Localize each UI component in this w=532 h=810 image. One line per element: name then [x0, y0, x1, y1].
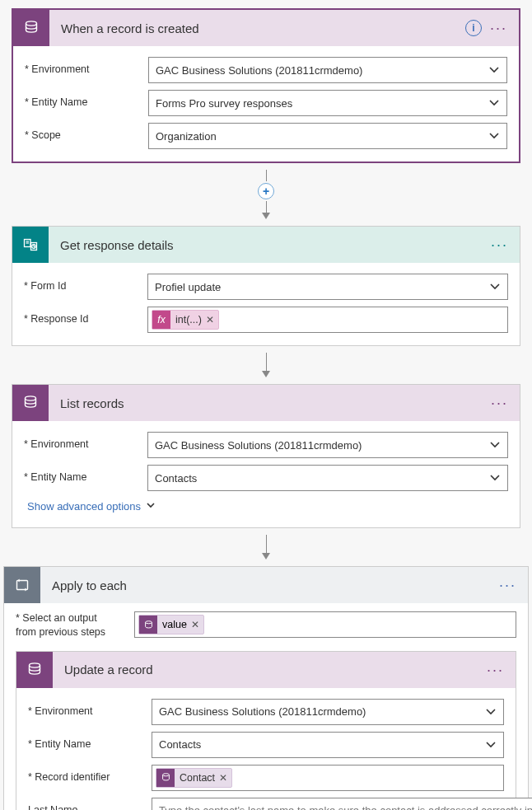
more-menu-button[interactable]: ···: [499, 578, 516, 592]
form-id-select[interactable]: Profiel update: [147, 274, 508, 300]
form-id-label: Form Id: [24, 280, 147, 293]
fx-icon: fx: [152, 311, 170, 329]
more-menu-button[interactable]: ···: [491, 396, 508, 410]
chevron-down-icon: [485, 706, 497, 718]
environment-label: Environment: [24, 438, 147, 452]
response-id-label: Response Id: [24, 313, 147, 326]
database-icon: [16, 652, 53, 688]
last-name-input[interactable]: Type the contact's last name to make sur…: [152, 798, 532, 810]
remove-token-button[interactable]: ✕: [206, 314, 214, 325]
add-step-button[interactable]: +: [258, 183, 274, 199]
expression-token[interactable]: fx int(...) ✕: [152, 310, 219, 330]
scope-select[interactable]: Organization: [148, 123, 507, 149]
apply-to-each-title: Apply to each: [40, 578, 499, 592]
contact-token[interactable]: Contact ✕: [156, 768, 232, 788]
apply-to-each-card: Apply to each ··· * Select an output fro…: [3, 566, 529, 810]
chevron-down-icon: [146, 501, 157, 513]
trigger-card: When a record is created i ··· Environme…: [12, 8, 520, 163]
trigger-title: When a record is created: [49, 21, 465, 35]
connector-arrow: +: [0, 170, 532, 219]
environment-select[interactable]: GAC Business Solutions (201811crmdemo): [147, 432, 508, 458]
value-token[interactable]: value ✕: [138, 615, 204, 634]
trigger-header[interactable]: When a record is created i ···: [13, 10, 519, 46]
chevron-down-icon: [488, 97, 500, 109]
entity-name-select[interactable]: Contacts: [152, 732, 504, 758]
list-records-header[interactable]: List records ···: [12, 385, 520, 421]
environment-label: Environment: [28, 705, 152, 719]
database-icon: [12, 385, 49, 421]
environment-label: Environment: [25, 63, 148, 77]
more-menu-button[interactable]: ···: [491, 237, 508, 252]
record-identifier-input[interactable]: Contact ✕: [152, 765, 504, 791]
chevron-down-icon: [488, 64, 500, 76]
entity-name-select[interactable]: Contacts: [147, 465, 508, 491]
chevron-down-icon: [485, 739, 497, 751]
more-menu-button[interactable]: ···: [487, 663, 504, 677]
scope-label: Scope: [25, 129, 148, 143]
update-record-header[interactable]: Update a record ···: [16, 652, 516, 688]
forms-icon: [12, 227, 49, 263]
response-id-input[interactable]: fx int(...) ✕: [147, 307, 508, 333]
info-icon[interactable]: i: [465, 20, 482, 36]
get-response-details-card: Get response details ··· Form Id Profiel…: [12, 226, 520, 346]
show-advanced-options-link[interactable]: Show advanced options: [24, 492, 508, 516]
svg-point-8: [26, 396, 36, 400]
remove-token-button[interactable]: ✕: [191, 619, 199, 630]
entity-name-label: Entity Name: [28, 738, 152, 751]
chevron-down-icon: [489, 439, 501, 451]
apply-to-each-header[interactable]: Apply to each ···: [4, 567, 528, 603]
update-record-title: Update a record: [53, 663, 487, 677]
svg-point-11: [30, 663, 40, 667]
chevron-down-icon: [489, 472, 501, 484]
entity-name-label: Entity Name: [25, 96, 148, 110]
svg-point-0: [26, 21, 37, 26]
list-records-title: List records: [49, 396, 491, 410]
more-menu-button[interactable]: ···: [490, 21, 507, 35]
environment-select[interactable]: GAC Business Solutions (201811crmdemo): [152, 699, 504, 725]
environment-select[interactable]: GAC Business Solutions (201811crmdemo): [148, 57, 507, 83]
record-identifier-label: Record identifier: [28, 771, 152, 784]
select-output-input[interactable]: value ✕: [134, 611, 516, 638]
database-icon: [139, 616, 157, 634]
select-output-label: * Select an output from previous steps: [16, 611, 128, 639]
svg-point-12: [162, 774, 169, 776]
chevron-down-icon: [488, 130, 500, 142]
chevron-down-icon: [489, 281, 501, 293]
entity-name-select[interactable]: Forms Pro survey responses: [148, 90, 507, 116]
connector-arrow: [0, 535, 532, 560]
svg-point-10: [145, 620, 152, 623]
last-name-label: Last Name: [28, 804, 152, 810]
get-response-header[interactable]: Get response details ···: [12, 227, 520, 263]
get-response-title: Get response details: [49, 238, 491, 252]
database-icon: [13, 10, 49, 46]
connector-arrow: [0, 353, 532, 377]
svg-rect-9: [17, 581, 28, 590]
list-records-card: List records ··· Environment GAC Busines…: [12, 384, 520, 528]
entity-name-label: Entity Name: [24, 471, 147, 485]
database-icon: [156, 769, 175, 787]
update-record-card: Update a record ··· Environment GAC Busi…: [16, 651, 516, 810]
remove-token-button[interactable]: ✕: [219, 772, 227, 784]
loop-icon: [4, 567, 40, 603]
